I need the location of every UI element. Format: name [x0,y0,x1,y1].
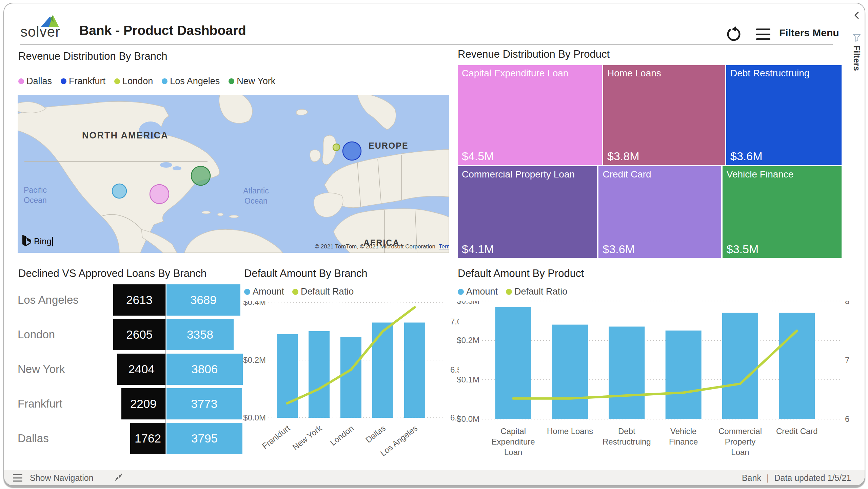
show-navigation-label[interactable]: Show Navigation [30,473,94,483]
approved-bar[interactable]: 3358 [166,319,234,350]
table-row: Los Angeles26133689 [18,284,241,316]
amount-bar[interactable] [404,323,425,418]
svg-text:CapitalExpenditureLoan: CapitalExpenditureLoan [492,427,535,457]
legend-label: New York [237,76,275,87]
revenue-map[interactable]: NORTH AMERICAEUROPEAFRICAPacificOceanAtl… [18,95,449,253]
treemap-tile-value: $4.1M [462,243,494,256]
legend-item[interactable]: Default Ratio [292,286,354,297]
show-navigation-button[interactable] [13,474,22,482]
product-combo-chart[interactable]: $0.0M$0.1M$0.2M$0.3M6%7%8%CapitalExpendi… [456,301,849,472]
expand-filters-button[interactable] [852,11,861,21]
filters-menu-label[interactable]: Filters Menu [779,27,839,39]
bing-logo-text: Bing [34,236,52,246]
svg-text:London: London [328,424,355,448]
declined-bar[interactable]: 2605 [113,319,165,350]
declined-bar[interactable]: 2613 [113,284,165,316]
svg-text:7%: 7% [845,356,849,365]
svg-text:Frankfurt: Frankfurt [260,423,292,451]
refresh-button[interactable] [726,26,741,42]
svg-text:Dallas: Dallas [364,424,387,445]
branch-label: London [18,328,99,341]
svg-text:$0.2M: $0.2M [457,336,479,345]
treemap-tile[interactable]: Commercial Property Loan$4.1M [458,166,597,258]
map-label-north-america: NORTH AMERICA [82,130,169,140]
amount-bar[interactable] [495,307,531,419]
amount-bar[interactable] [340,337,361,418]
treemap-tile[interactable]: Credit Card$3.6M [598,166,721,258]
amount-bar[interactable] [666,331,702,419]
legend-dot-icon [506,289,512,295]
footer-status: Bank | Data updated 1/5/21 [742,473,851,483]
approved-bar[interactable]: 3806 [166,354,243,385]
declined-bar[interactable]: 2209 [121,388,165,419]
map-bubble-los-angeles[interactable] [112,184,126,198]
legend-item[interactable]: Dallas [18,76,52,87]
map-bubble-london[interactable] [333,144,340,151]
treemap-tile-name: Vehicle Finance [727,169,794,180]
treemap-tile[interactable]: Debt Restructruing$3.6M [726,65,842,165]
map-bubble-new-york[interactable] [191,166,210,185]
legend-label: Amount [253,286,284,297]
branch-label: New York [18,363,99,376]
filters-menu-button[interactable] [756,29,770,40]
amount-bar[interactable] [309,331,330,418]
report-name: Bank [742,473,761,483]
map-terms-link[interactable]: Terms [439,243,449,250]
map-label-atlantic: Ocean [244,196,268,205]
branch-label: Los Angeles [18,294,99,306]
amount-bar[interactable] [779,313,815,419]
map-bubble-frankfurt[interactable] [343,142,361,160]
legend-item[interactable]: Default Ratio [506,286,567,297]
legend-dot-icon [458,289,464,295]
footer-separator: | [767,473,769,483]
legend-item[interactable]: Amount [244,286,284,297]
branch-combo-chart[interactable]: $0.0M$0.2M$0.4M6.0%6.5%7.0%FrankfurtNew … [242,301,459,462]
collapse-button[interactable] [114,472,123,483]
table-row: New York24043806 [18,354,241,385]
approved-bar[interactable]: 3773 [166,388,242,419]
amount-bar[interactable] [722,313,758,419]
branch-label: Frankfurt [18,397,99,410]
treemap-tile[interactable]: Vehicle Finance$3.5M [723,166,842,258]
amount-bar[interactable] [552,325,588,419]
declined-bar[interactable]: 2404 [117,354,165,385]
legend-item[interactable]: Los Angeles [162,76,220,87]
chevron-left-icon [852,11,861,20]
approved-bar[interactable]: 3795 [166,423,242,454]
amount-bar[interactable] [609,326,645,419]
svg-text:$0.0M: $0.0M [457,414,479,424]
footer-bar: Show Navigation Bank | Data updated 1/5/… [4,470,865,485]
legend-item[interactable]: New York [229,76,275,87]
treemap-section-title: Revenue Distribution By Product [458,48,610,60]
table-row: Frankfurt22093773 [18,388,241,419]
legend-dot-icon [162,78,167,84]
amount-bar[interactable] [372,323,393,418]
product-chart-title: Default Amount By Product [458,267,584,280]
declined-bar[interactable]: 1762 [130,423,165,454]
treemap-tile-value: $4.5M [462,150,494,163]
legend-item[interactable]: Frankfurt [61,76,105,87]
hamburger-icon [13,474,22,475]
solver-logo: solver [20,16,71,40]
amount-bar[interactable] [277,334,298,418]
svg-text:$0.4M: $0.4M [243,301,266,307]
legend-item[interactable]: London [114,76,153,87]
map-legend: DallasFrankfurtLondonLos AngelesNew York [18,76,275,87]
svg-text:New York: New York [291,423,324,452]
filters-funnel-button[interactable] [852,33,861,43]
header-divider [20,44,833,45]
legend-label: Default Ratio [514,286,567,297]
legend-label: Default Ratio [301,286,354,297]
page-title: Bank - Product Dashboard [79,23,246,38]
treemap-tile[interactable]: Home Loans$3.8M [603,65,725,165]
treemap-tile[interactable]: Capital Expenditure Loan$4.5M [458,65,602,165]
legend-dot-icon [114,78,120,84]
legend-item[interactable]: Amount [458,286,498,297]
legend-dot-icon [61,78,66,84]
map-section-title: Revenue Distribution By Branch [18,50,167,62]
treemap-tile-name: Debt Restructruing [730,68,809,79]
filters-rail-label[interactable]: Filters [852,45,862,71]
map-bubble-dallas[interactable] [150,185,169,204]
approved-bar[interactable]: 3689 [166,284,240,316]
svg-text:$0.1M: $0.1M [457,375,479,384]
